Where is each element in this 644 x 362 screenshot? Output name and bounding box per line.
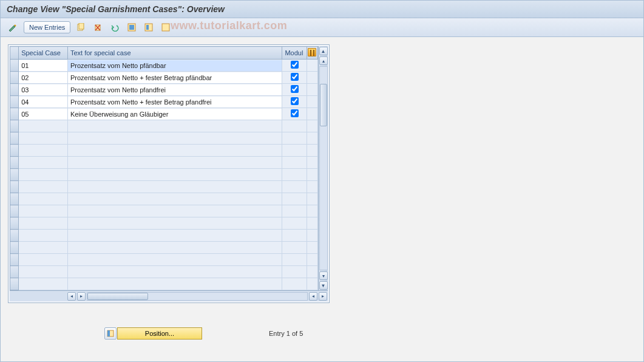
row-selector[interactable] — [10, 181, 19, 193]
vertical-scrollbar[interactable]: ▲ ▴ ▾ ▼ — [318, 46, 328, 290]
table-row-empty — [10, 205, 318, 217]
svg-rect-8 — [146, 25, 149, 30]
table-row-empty — [10, 242, 318, 254]
row-selector[interactable] — [10, 205, 19, 217]
row-selector[interactable] — [10, 254, 19, 266]
table-row-empty — [10, 230, 318, 242]
table-row-empty — [10, 181, 318, 193]
data-grid: Special Case Text for special case Modul — [10, 46, 318, 290]
position-button[interactable]: Position... — [117, 327, 202, 340]
row-selector[interactable] — [10, 60, 19, 72]
hscroll-thumb[interactable] — [87, 293, 148, 300]
row-selector[interactable] — [10, 169, 19, 181]
row-selector[interactable] — [10, 145, 19, 157]
table-row-empty — [10, 254, 318, 266]
table-row — [10, 96, 318, 108]
table-row-empty — [10, 145, 318, 157]
scroll-line-up-icon[interactable]: ▴ — [319, 56, 328, 65]
row-selector[interactable] — [10, 72, 19, 84]
table-row-empty — [10, 120, 318, 132]
table-row — [10, 72, 318, 84]
scroll-up-icon[interactable]: ▲ — [319, 47, 328, 55]
row-selector[interactable] — [10, 108, 19, 120]
col-modul[interactable]: Modul — [282, 47, 307, 60]
special-case-input[interactable] — [19, 109, 67, 120]
watermark-text: www.tutorialkart.com — [171, 19, 287, 32]
table-frame: Special Case Text for special case Modul… — [8, 44, 330, 303]
col-configure[interactable] — [307, 47, 317, 60]
text-input[interactable] — [68, 60, 282, 71]
row-selector[interactable] — [10, 96, 19, 108]
table-settings-icon[interactable] — [308, 48, 316, 56]
special-case-input[interactable] — [19, 97, 67, 108]
page-title: Change View "Special Garnishment Cases":… — [1, 1, 643, 18]
footer-row: Position... Entry 1 of 5 — [8, 327, 636, 340]
copy-icon[interactable] — [74, 22, 87, 33]
scroll-track[interactable] — [319, 66, 328, 270]
table-row — [10, 60, 318, 72]
undo-icon[interactable] — [108, 22, 121, 33]
svg-rect-9 — [162, 24, 169, 31]
delete-icon[interactable] — [91, 22, 104, 33]
text-input[interactable] — [68, 97, 282, 108]
modul-checkbox[interactable] — [291, 97, 299, 105]
special-case-input[interactable] — [19, 84, 67, 95]
col-select-all[interactable] — [10, 47, 19, 60]
svg-rect-6 — [129, 25, 134, 30]
select-block-icon[interactable] — [142, 22, 155, 33]
special-case-input[interactable] — [19, 60, 67, 71]
horizontal-scrollbar[interactable]: ◂ ▸ ◂ ▸ — [10, 290, 328, 301]
row-selector[interactable] — [10, 84, 19, 96]
row-selector[interactable] — [10, 193, 19, 205]
table-row-empty — [10, 266, 318, 278]
new-entries-button[interactable]: New Entries — [24, 21, 70, 33]
toggle-edit-icon[interactable] — [5, 22, 20, 33]
table-row — [10, 108, 318, 120]
select-all-icon[interactable] — [125, 22, 138, 33]
text-input[interactable] — [68, 84, 282, 95]
scroll-right-last-icon[interactable]: ▸ — [319, 292, 327, 301]
hscroll-track[interactable] — [87, 292, 308, 301]
table-row — [10, 84, 318, 96]
app-toolbar: New Entries www.tutorialkart.com — [1, 18, 643, 37]
table-row-empty — [10, 169, 318, 181]
row-selector[interactable] — [10, 132, 19, 145]
row-selector[interactable] — [10, 278, 19, 290]
row-selector[interactable] — [10, 120, 19, 132]
text-input[interactable] — [68, 72, 282, 83]
modul-checkbox[interactable] — [291, 109, 299, 117]
scroll-down-icon[interactable]: ▼ — [319, 281, 328, 290]
row-selector[interactable] — [10, 266, 19, 278]
scroll-left-first-icon[interactable]: ◂ — [67, 292, 76, 301]
modul-checkbox[interactable] — [291, 85, 299, 93]
scroll-right-icon[interactable]: ◂ — [309, 292, 317, 301]
table-row-empty — [10, 278, 318, 290]
scroll-left-icon[interactable]: ▸ — [77, 292, 86, 301]
deselect-all-icon[interactable] — [159, 22, 172, 33]
table-row-empty — [10, 193, 318, 205]
col-text[interactable]: Text for special case — [67, 47, 282, 60]
entry-count: Entry 1 of 5 — [269, 330, 303, 337]
table-row-empty — [10, 217, 318, 230]
row-selector[interactable] — [10, 157, 19, 169]
modul-checkbox[interactable] — [291, 61, 299, 69]
row-selector[interactable] — [10, 217, 19, 230]
position-icon — [104, 327, 117, 340]
table-row-empty — [10, 157, 318, 169]
row-selector[interactable] — [10, 242, 19, 254]
col-special-case[interactable]: Special Case — [19, 47, 68, 60]
row-selector[interactable] — [10, 230, 19, 242]
scroll-thumb[interactable] — [320, 84, 327, 126]
content-area: Special Case Text for special case Modul… — [1, 37, 643, 347]
position-label: Position... — [145, 330, 174, 337]
svg-rect-1 — [79, 23, 84, 29]
svg-rect-11 — [107, 330, 110, 336]
scroll-line-down-icon[interactable]: ▾ — [319, 272, 328, 280]
text-input[interactable] — [68, 109, 282, 120]
special-case-input[interactable] — [19, 72, 67, 83]
modul-checkbox[interactable] — [291, 73, 299, 81]
table-row-empty — [10, 132, 318, 145]
